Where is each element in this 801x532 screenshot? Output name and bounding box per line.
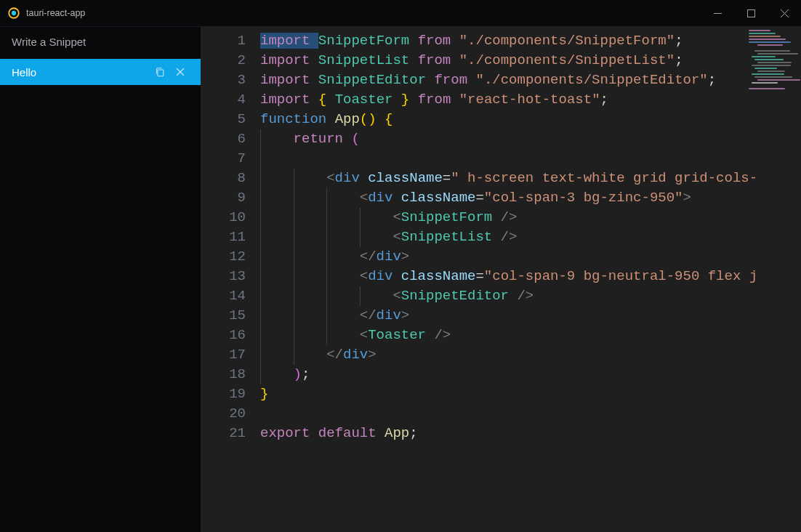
snippet-input-row [0,27,201,59]
app-window: tauri-react-app Hello [0,0,801,532]
snippet-input[interactable] [12,36,189,48]
titlebar[interactable]: tauri-react-app [0,0,801,27]
sidebar: Hello [0,27,201,532]
window-title: tauri-react-app [26,8,85,18]
snippet-list: Hello [0,59,201,532]
svg-rect-3 [158,70,164,76]
close-button[interactable] [768,0,801,27]
scrollbar-vertical[interactable] [791,27,801,532]
line-gutter: 123456789101112131415161718192021 [201,27,260,532]
delete-icon[interactable] [170,67,190,77]
code-area[interactable]: import SnippetForm from "./components/Sn… [260,27,801,532]
maximize-button[interactable] [734,0,768,27]
svg-rect-2 [747,9,754,17]
snippet-item[interactable]: Hello [0,59,201,85]
svg-point-1 [12,11,16,15]
snippet-item-label: Hello [12,66,150,78]
app-body: Hello 123456789101112131415161718192021 … [0,27,801,532]
app-icon [7,7,20,20]
copy-icon[interactable] [150,67,170,77]
minimize-button[interactable] [701,0,734,27]
editor[interactable]: 123456789101112131415161718192021 import… [201,27,801,532]
